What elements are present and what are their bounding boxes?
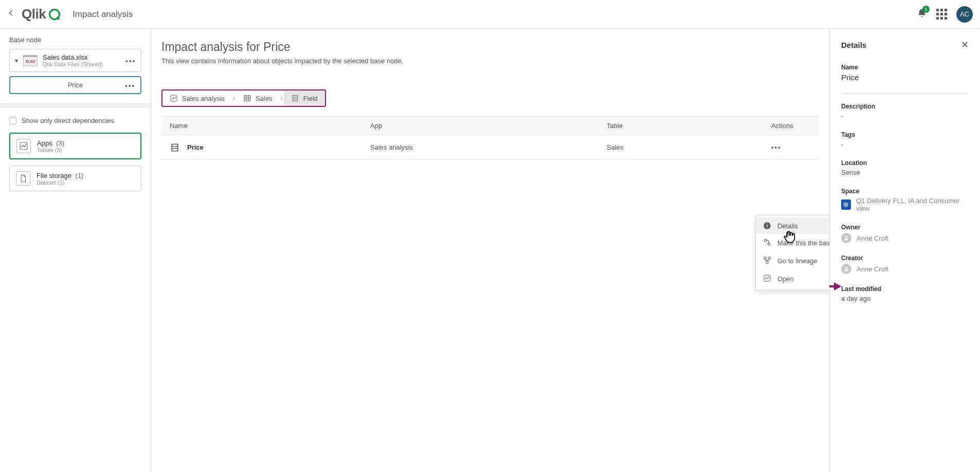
checkbox-icon: [9, 117, 16, 124]
basenode-icon: [763, 238, 771, 246]
back-button[interactable]: [7, 9, 17, 20]
ctx-lineage[interactable]: Go to lineage: [756, 252, 829, 270]
page-title: Impact analysis: [72, 9, 133, 20]
close-button[interactable]: ✕: [961, 39, 969, 50]
svg-rect-12: [766, 261, 768, 263]
description-label: Description: [841, 103, 969, 110]
modified-label: Last modified: [841, 285, 969, 293]
lineage-icon: [763, 256, 771, 264]
ctx-open[interactable]: Open: [756, 270, 829, 288]
owner-value: Anne Croft: [857, 234, 888, 242]
main-heading: Impact analysis for Price: [161, 40, 819, 54]
row-app: Sales analysis: [362, 138, 598, 156]
breadcrumb-app[interactable]: Sales analysis: [162, 90, 232, 106]
col-app[interactable]: App: [362, 117, 598, 135]
details-panel: Details ✕ Name Price Description - Tags …: [829, 29, 980, 472]
topbar: Qlik Impact analysis 1 AC: [0, 0, 980, 29]
chevron-down-icon[interactable]: ▾: [15, 57, 18, 64]
table-icon: [243, 94, 251, 102]
row-table: Sales: [598, 138, 763, 156]
location-value: Sense: [841, 169, 969, 176]
logo-text: Qlik: [22, 6, 46, 22]
filter-files-title: File storage: [37, 172, 71, 179]
tags-value: -: [841, 140, 969, 148]
chevron-right-icon: ›: [232, 95, 236, 102]
left-sidebar: Base node ▾ XLSX Sales data.xlsx Qlik Da…: [0, 29, 151, 472]
chevron-left-icon: [7, 9, 15, 17]
filter-files-subtitle: Dataset (1): [37, 179, 83, 186]
main-subtitle: This view contains information about obj…: [161, 57, 819, 65]
table-row[interactable]: Price Sales analysis Sales •••: [161, 135, 819, 160]
svg-rect-3: [293, 96, 297, 101]
notifications-button[interactable]: 1: [917, 8, 927, 20]
breadcrumb-field-label: Field: [303, 95, 318, 102]
svg-rect-6: [767, 225, 767, 228]
breadcrumb-app-label: Sales analysis: [182, 95, 225, 102]
filter-filestorage[interactable]: File storage (1) Dataset (1): [9, 166, 141, 191]
ctx-open-label: Open: [777, 275, 794, 283]
logo-q-icon: [49, 9, 60, 20]
col-table[interactable]: Table: [598, 117, 763, 135]
creator-value: Anne Croft: [857, 265, 888, 273]
col-name[interactable]: Name: [161, 117, 362, 135]
context-menu: Details Make this the base node Go to li…: [755, 215, 829, 291]
field-icon: [170, 142, 180, 153]
basenode-filemeta: Qlik Data Files (Shared): [43, 61, 103, 67]
filter-files-count: (1): [76, 172, 84, 179]
ctx-details-label: Details: [777, 222, 798, 230]
table-header: Name App Table Actions: [161, 116, 819, 135]
filter-apps-title: Apps: [37, 139, 52, 147]
svg-rect-4: [172, 144, 178, 151]
svg-rect-9: [768, 243, 770, 245]
breadcrumb-table[interactable]: Sales: [236, 90, 280, 106]
basenode-section-label: Base node: [9, 36, 141, 44]
location-label: Location: [841, 159, 969, 167]
svg-point-7: [767, 224, 768, 225]
ctx-lineage-label: Go to lineage: [777, 257, 817, 265]
field-icon: [291, 94, 299, 102]
xlsx-file-icon: XLSX: [23, 55, 38, 66]
filter-apps-subtitle: Tables (3): [37, 147, 64, 153]
breadcrumb-table-label: Sales: [256, 95, 273, 102]
modified-value: a day ago: [841, 295, 969, 302]
row-name: Price: [187, 143, 204, 151]
col-actions: Actions: [763, 117, 819, 135]
name-value: Price: [841, 73, 969, 82]
info-icon: [763, 222, 771, 230]
show-direct-checkbox[interactable]: Show only direct dependencies: [9, 117, 141, 124]
tags-label: Tags: [841, 131, 969, 138]
basenode-card[interactable]: ▾ XLSX Sales data.xlsx Qlik Data Files (…: [9, 49, 141, 72]
description-value: -: [841, 112, 969, 120]
name-label: Name: [841, 64, 969, 71]
space-icon: [841, 199, 851, 210]
owner-avatar-icon: [841, 233, 851, 243]
main-content: Impact analysis for Price This view cont…: [151, 29, 829, 472]
details-title: Details: [841, 41, 866, 49]
svg-point-15: [845, 236, 847, 238]
creator-avatar-icon: [841, 264, 851, 274]
space-label: Space: [841, 188, 969, 195]
selected-field-chip[interactable]: Price •••: [9, 76, 141, 94]
user-avatar[interactable]: AC: [956, 6, 973, 23]
space-value: Q1 Delivery FLL, IA and Consumer view: [856, 197, 969, 212]
breadcrumb: Sales analysis › Sales › Field: [161, 89, 326, 107]
creator-label: Creator: [841, 255, 969, 262]
open-icon: [763, 274, 771, 282]
svg-rect-11: [768, 257, 770, 259]
divider: [841, 93, 969, 94]
impact-table: Name App Table Actions Price Sales analy…: [161, 116, 819, 160]
svg-rect-2: [244, 96, 250, 101]
breadcrumb-field[interactable]: Field: [284, 90, 325, 106]
row-actions-button[interactable]: •••: [771, 143, 782, 151]
apps-icon: [16, 139, 31, 153]
chevron-right-icon: ›: [280, 95, 284, 102]
app-launcher-button[interactable]: [936, 9, 947, 20]
filter-apps[interactable]: Apps (3) Tables (3): [9, 133, 141, 159]
basenode-filename: Sales data.xlsx: [43, 53, 103, 61]
basenode-more-button[interactable]: •••: [125, 57, 136, 64]
cursor-icon: [783, 229, 797, 244]
qlik-logo[interactable]: Qlik: [22, 6, 60, 22]
selected-field-more-button[interactable]: •••: [125, 81, 135, 89]
svg-rect-10: [764, 257, 766, 259]
show-direct-label: Show only direct dependencies: [22, 117, 114, 124]
